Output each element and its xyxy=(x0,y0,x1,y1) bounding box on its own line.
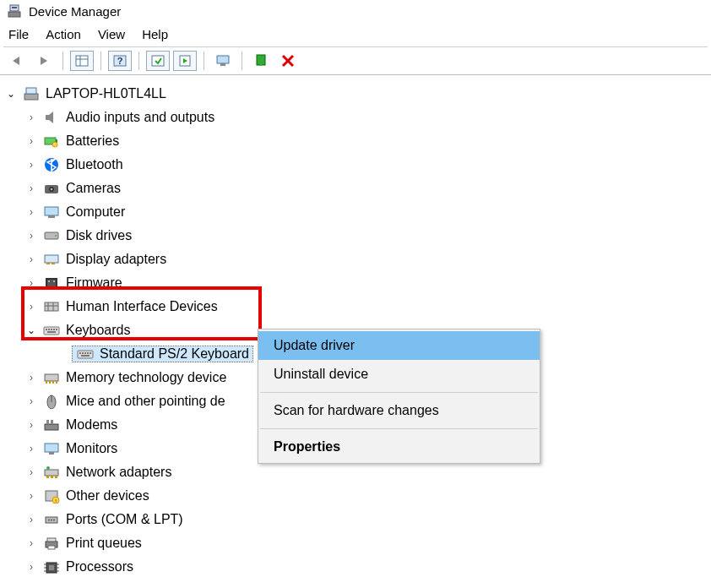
chevron-right-icon[interactable]: › xyxy=(25,372,37,384)
tree-item-audio-inputs-and-outputs[interactable]: ›Audio inputs and outputs xyxy=(3,106,708,129)
svg-rect-10 xyxy=(217,56,229,63)
chevron-right-icon[interactable]: › xyxy=(25,301,37,313)
tree-item-bluetooth[interactable]: ›Bluetooth xyxy=(3,153,708,177)
uninstall-button[interactable] xyxy=(276,51,300,71)
run-button[interactable] xyxy=(173,51,197,71)
forward-button[interactable] xyxy=(32,51,56,71)
tree-item-ports-com-lpt-[interactable]: ›Ports (COM & LPT) xyxy=(3,508,708,531)
scan-button[interactable] xyxy=(146,51,170,71)
svg-rect-54 xyxy=(52,381,54,384)
chevron-right-icon[interactable]: › xyxy=(25,419,37,431)
tree-item-cameras[interactable]: ›Cameras xyxy=(3,177,708,200)
context-menu-scan-for-hardware-changes[interactable]: Scan for hardware changes xyxy=(258,396,540,425)
svg-rect-48 xyxy=(87,352,89,354)
tree-item-processors[interactable]: ›Processors xyxy=(3,555,708,579)
chevron-right-icon[interactable]: › xyxy=(25,253,37,265)
chevron-right-icon[interactable]: › xyxy=(25,277,37,289)
toolbar-separator xyxy=(62,52,63,70)
svg-rect-76 xyxy=(47,538,56,542)
tree-item-print-queues[interactable]: ›Print queues xyxy=(3,531,708,555)
chevron-right-icon[interactable]: › xyxy=(25,466,37,478)
chevron-right-icon[interactable]: › xyxy=(25,395,37,407)
menu-help[interactable]: Help xyxy=(142,27,168,41)
tree-item-label: Modems xyxy=(66,417,117,433)
back-button[interactable] xyxy=(5,51,29,71)
context-menu-properties[interactable]: Properties xyxy=(258,433,540,461)
hid-icon xyxy=(42,299,61,314)
tree-item-display-adapters[interactable]: ›Display adapters xyxy=(3,248,708,271)
menu-action[interactable]: Action xyxy=(46,27,81,41)
app-icon xyxy=(7,3,22,19)
svg-rect-11 xyxy=(220,63,225,66)
tree-item-label: Mice and other pointing de xyxy=(66,394,225,409)
svg-rect-58 xyxy=(45,424,58,430)
chevron-right-icon[interactable]: › xyxy=(25,537,37,549)
help-button[interactable]: ? xyxy=(108,51,132,71)
chevron-right-icon[interactable]: › xyxy=(25,112,37,123)
svg-rect-14 xyxy=(26,88,36,94)
speaker-icon xyxy=(42,110,61,125)
context-menu-separator xyxy=(260,428,538,429)
svg-rect-66 xyxy=(55,476,57,478)
tree-item-network-adapters[interactable]: ›Network adapters xyxy=(3,460,708,484)
svg-point-32 xyxy=(53,280,55,282)
printer-icon xyxy=(42,536,61,551)
chevron-right-icon[interactable]: › xyxy=(25,182,37,194)
context-menu: Update driverUninstall deviceScan for ha… xyxy=(258,329,540,464)
memory-icon xyxy=(42,370,61,385)
tree-item-other-devices[interactable]: ›!Other devices xyxy=(3,484,708,508)
menu-file[interactable]: File xyxy=(8,27,29,41)
svg-rect-28 xyxy=(52,263,55,264)
toolbar-separator xyxy=(100,52,101,70)
chevron-right-icon[interactable]: › xyxy=(25,514,37,525)
update-driver-button[interactable] xyxy=(249,51,273,71)
tree-item-batteries[interactable]: ›Batteries xyxy=(3,129,708,153)
menu-view[interactable]: View xyxy=(98,27,125,41)
tree-item-human-interface-devices[interactable]: ›Human Interface Devices xyxy=(3,295,708,318)
chevron-right-icon[interactable]: › xyxy=(25,206,37,218)
svg-rect-53 xyxy=(49,381,51,384)
chevron-right-icon[interactable]: › xyxy=(25,490,37,502)
svg-point-72 xyxy=(48,520,50,521)
svg-rect-50 xyxy=(81,355,90,357)
chevron-right-icon[interactable]: › xyxy=(25,443,37,455)
context-menu-separator xyxy=(260,392,538,393)
tree-item-firmware[interactable]: ›Firmware xyxy=(3,271,708,295)
tree-item-label: Audio inputs and outputs xyxy=(66,110,214,125)
tree-item-disk-drives[interactable]: ›Disk drives xyxy=(3,224,708,248)
context-menu-update-driver[interactable]: Update driver xyxy=(258,331,540,360)
svg-rect-42 xyxy=(56,329,57,330)
tree-root[interactable]: ⌄ LAPTOP-HL0TL4LL xyxy=(3,82,708,106)
tree-item-label: Ports (COM & LPT) xyxy=(66,512,183,527)
svg-rect-61 xyxy=(45,444,58,452)
chevron-right-icon[interactable]: › xyxy=(25,135,37,147)
svg-rect-27 xyxy=(46,263,50,264)
chevron-right-icon[interactable]: › xyxy=(25,159,37,171)
show-hidden-button[interactable] xyxy=(211,51,235,71)
svg-rect-39 xyxy=(48,329,50,330)
svg-rect-37 xyxy=(44,327,59,335)
svg-point-73 xyxy=(51,520,52,521)
bluetooth-icon xyxy=(42,157,61,172)
svg-rect-23 xyxy=(48,215,55,218)
device-tree: ⌄ LAPTOP-HL0TL4LL ›Audio inputs and outp… xyxy=(0,75,711,582)
menu-bar: File Action View Help xyxy=(0,24,711,46)
processor-icon xyxy=(42,559,61,574)
context-menu-uninstall-device[interactable]: Uninstall device xyxy=(258,360,540,389)
camera-icon xyxy=(42,181,61,196)
svg-rect-26 xyxy=(45,255,58,263)
tree-item-label: Keyboards xyxy=(66,323,131,338)
tree-item-computer[interactable]: ›Computer xyxy=(3,200,708,224)
chevron-right-icon[interactable]: › xyxy=(25,561,37,573)
svg-rect-38 xyxy=(46,329,47,330)
svg-rect-43 xyxy=(47,331,56,333)
svg-rect-52 xyxy=(46,381,47,384)
svg-rect-47 xyxy=(84,352,86,354)
modem-icon xyxy=(42,417,61,433)
properties-button[interactable] xyxy=(70,51,94,71)
chevron-down-icon[interactable]: ⌄ xyxy=(25,324,37,336)
svg-rect-40 xyxy=(51,329,52,330)
svg-rect-44 xyxy=(78,351,93,358)
chevron-right-icon[interactable]: › xyxy=(25,230,37,242)
chevron-down-icon[interactable]: ⌄ xyxy=(5,88,17,100)
